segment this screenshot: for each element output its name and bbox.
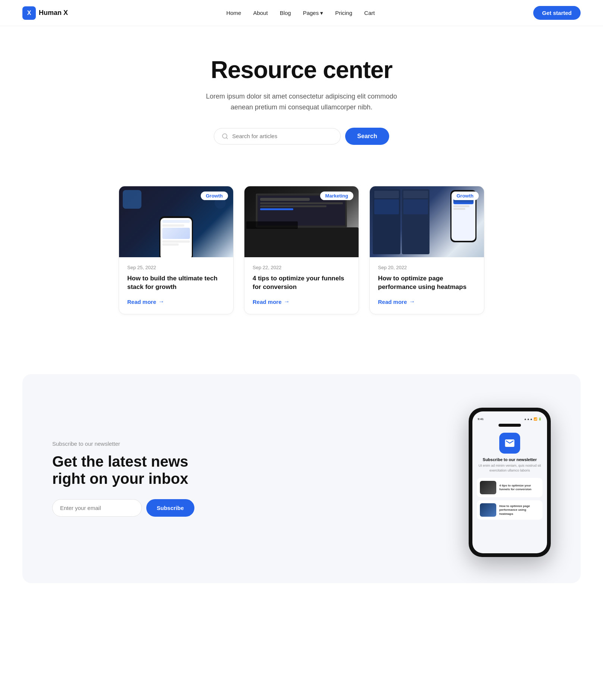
read-more-1[interactable]: Read more → [127, 298, 225, 305]
logo-icon: X [22, 6, 36, 20]
get-started-button[interactable]: Get started [533, 6, 581, 20]
read-more-3[interactable]: Read more → [378, 298, 476, 305]
card-body-3: Sep 20, 2022 How to optimize page perfor… [370, 257, 484, 314]
subscribe-button[interactable]: Subscribe [146, 499, 194, 517]
nav-home[interactable]: Home [226, 10, 241, 16]
search-button[interactable]: Search [345, 128, 389, 145]
arrow-icon-2: → [284, 298, 290, 305]
card-badge-3: Growth [452, 192, 479, 200]
phone-inner: 9:41 ▲▲▲ 📶 🔋 Subscribe to our newsletter… [472, 411, 547, 553]
phone-app-sub: Ut enim ad minim veniam, quis nostrud si… [477, 463, 543, 473]
newsletter-left: Subscribe to our newsletter Get the late… [52, 441, 201, 517]
card-badge-2: Marketing [320, 192, 353, 200]
cards-section: Growth Sep 25, 2022 How to build the ult… [0, 186, 603, 345]
newsletter-section: Subscribe to our newsletter Get the late… [22, 374, 581, 583]
search-icon [222, 133, 228, 140]
phone-outer: 9:41 ▲▲▲ 📶 🔋 Subscribe to our newsletter… [469, 408, 551, 557]
page-title: Resource center [22, 56, 581, 84]
card-image-wrap-2: Marketing [244, 186, 359, 257]
nav-cart[interactable]: Cart [364, 10, 375, 16]
nav-pricing[interactable]: Pricing [335, 10, 352, 16]
card-title-1: How to build the ultimate tech stack for… [127, 274, 225, 292]
card-date-1: Sep 25, 2022 [127, 265, 225, 270]
phone-card-text-1: 4 tips to optimize your funnels for conv… [499, 484, 540, 492]
nav-about[interactable]: About [253, 10, 268, 16]
search-input-wrap [214, 128, 341, 144]
navbar: X Human X Home About Blog Pages ▾ Pricin… [0, 0, 603, 26]
search-input[interactable] [232, 133, 333, 139]
phone-notch [499, 424, 521, 427]
card-body-2: Sep 22, 2022 4 tips to optimize your fun… [244, 257, 359, 314]
logo[interactable]: X Human X [22, 6, 68, 20]
newsletter-eyebrow: Subscribe to our newsletter [52, 441, 201, 447]
phone-card-mini-1: 4 tips to optimize your funnels for conv… [477, 478, 543, 497]
article-card-2: Marketing Sep 22, 2022 4 tips to optimiz… [244, 186, 359, 315]
chevron-down-icon: ▾ [320, 10, 323, 16]
phone-app-icon [499, 433, 520, 454]
mail-icon [504, 438, 515, 449]
phone-illustration: 9:41 ▲▲▲ 📶 🔋 Subscribe to our newsletter… [454, 400, 551, 557]
logo-text: Human X [39, 9, 68, 17]
phone-card-img-2 [480, 503, 496, 517]
card-image-wrap-1: Growth [119, 186, 233, 257]
arrow-icon-1: → [159, 298, 165, 305]
card-title-3: How to optimize page performance using h… [378, 274, 476, 292]
hero-subtitle: Lorem ipsum dolor sit amet consectetur a… [204, 91, 399, 113]
article-card-1: Growth Sep 25, 2022 How to build the ult… [119, 186, 234, 315]
newsletter-title: Get the latest news right on your inbox [52, 453, 201, 487]
phone-app-title: Subscribe to our newsletter [483, 457, 537, 462]
card-body-1: Sep 25, 2022 How to build the ultimate t… [119, 257, 233, 314]
newsletter-form: Subscribe [52, 499, 201, 517]
nav-blog[interactable]: Blog [280, 10, 291, 16]
read-more-2[interactable]: Read more → [253, 298, 350, 305]
hero-section: Resource center Lorem ipsum dolor sit am… [0, 26, 603, 186]
svg-line-1 [226, 137, 228, 139]
phone-card-img-1 [480, 481, 496, 494]
card-title-2: 4 tips to optimize your funnels for conv… [253, 274, 350, 292]
card-badge-1: Growth [201, 192, 228, 200]
phone-card-text-2: How to optimize page performance using h… [499, 504, 540, 516]
arrow-icon-3: → [409, 298, 415, 305]
card-image-wrap-3: Growth [370, 186, 484, 257]
card-date-2: Sep 22, 2022 [253, 265, 350, 270]
phone-status-bar: 9:41 ▲▲▲ 📶 🔋 [477, 417, 543, 421]
nav-links: Home About Blog Pages ▾ Pricing Cart [226, 10, 375, 16]
article-card-3: Growth Sep 20, 2022 How to optimize page… [369, 186, 484, 315]
cards-grid: Growth Sep 25, 2022 How to build the ult… [119, 186, 484, 315]
nav-pages[interactable]: Pages ▾ [303, 10, 324, 16]
card-date-3: Sep 20, 2022 [378, 265, 476, 270]
email-field[interactable] [52, 499, 142, 517]
search-bar: Search [22, 128, 581, 145]
phone-card-mini-2: How to optimize page performance using h… [477, 500, 543, 520]
